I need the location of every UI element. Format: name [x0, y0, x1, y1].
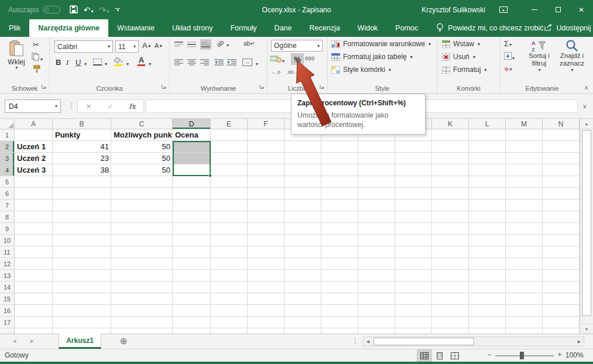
page-layout-view-button[interactable] [432, 349, 447, 362]
cell-L17[interactable] [469, 317, 506, 328]
scroll-up-button[interactable]: ▲ [580, 119, 593, 129]
cell-G18[interactable] [284, 328, 321, 334]
clear-dropdown-icon[interactable]: ▾ [509, 67, 512, 72]
cell-J18[interactable] [395, 328, 432, 334]
row-header-6[interactable]: 6 [0, 188, 15, 200]
cell-H6[interactable] [321, 188, 358, 200]
cell-K15[interactable] [432, 293, 469, 305]
cell-E5[interactable] [211, 176, 248, 188]
cell-F3[interactable] [248, 153, 284, 164]
grow-font-button[interactable]: A▲ [142, 41, 152, 50]
cell-A6[interactable] [15, 188, 53, 200]
cell-D3[interactable] [173, 153, 211, 164]
cell-B16[interactable] [53, 305, 111, 317]
cell-E17[interactable] [211, 317, 248, 328]
tab-narzędzia-główne[interactable]: Narzędzia główne [29, 19, 108, 37]
cell-L5[interactable] [469, 176, 506, 188]
cell-J17[interactable] [395, 317, 432, 328]
cell-E15[interactable] [211, 293, 248, 305]
cell-I9[interactable] [358, 223, 395, 235]
format-as-table-dropdown-icon[interactable]: ▾ [410, 54, 413, 60]
row-header-11[interactable]: 11 [0, 246, 15, 258]
cell-K14[interactable] [432, 281, 469, 293]
cell-N8[interactable] [543, 211, 580, 223]
decrease-indent-button[interactable] [214, 59, 224, 66]
cell-N18[interactable] [543, 328, 580, 334]
cell-N3[interactable] [543, 153, 580, 164]
cell-N15[interactable] [543, 293, 580, 305]
cell-J9[interactable] [395, 223, 432, 235]
cell-G5[interactable] [284, 176, 321, 188]
cell-E14[interactable] [211, 281, 248, 293]
cell-J10[interactable] [395, 235, 432, 246]
cell-A14[interactable] [15, 281, 53, 293]
cell-L18[interactable] [469, 328, 506, 334]
cell-N11[interactable] [543, 246, 580, 258]
cell-L7[interactable] [469, 200, 506, 211]
row-header-13[interactable]: 13 [0, 270, 15, 281]
cell-E2[interactable] [211, 141, 248, 153]
row-header-1[interactable]: 1 [0, 129, 15, 141]
cell-M9[interactable] [506, 223, 543, 235]
name-box[interactable]: D4 ▾ [5, 99, 61, 113]
cell-E10[interactable] [211, 235, 248, 246]
cell-C11[interactable] [111, 246, 173, 258]
cell-I3[interactable] [358, 153, 395, 164]
save-icon[interactable] [70, 5, 78, 15]
column-header-B[interactable]: B [53, 119, 111, 129]
autosave-toggle[interactable] [43, 6, 60, 13]
cell-I14[interactable] [358, 281, 395, 293]
tab-plik[interactable]: Plik [0, 19, 29, 37]
cell-F1[interactable] [248, 129, 284, 141]
cell-L12[interactable] [469, 258, 506, 270]
fill-dropdown-icon[interactable]: ▾ [512, 56, 515, 61]
horizontal-scroll-thumb[interactable] [373, 338, 474, 345]
cell-G8[interactable] [284, 211, 321, 223]
cell-K12[interactable] [432, 258, 469, 270]
normal-view-button[interactable] [417, 349, 432, 362]
cell-B14[interactable] [53, 281, 111, 293]
cell-N2[interactable] [543, 141, 580, 153]
cell-M6[interactable] [506, 188, 543, 200]
cell-N13[interactable] [543, 270, 580, 281]
cell-H9[interactable] [321, 223, 358, 235]
format-as-table-button[interactable]: Formatuj jako tabelę▾ [331, 53, 413, 61]
font-color-dropdown-icon[interactable]: ▾ [149, 61, 151, 67]
cell-B4[interactable]: 38 [53, 164, 111, 176]
cell-E4[interactable] [211, 164, 248, 176]
cell-N10[interactable] [543, 235, 580, 246]
cell-M4[interactable] [506, 164, 543, 176]
cell-F7[interactable] [248, 200, 284, 211]
cell-F4[interactable] [248, 164, 284, 176]
maximize-button[interactable] [546, 0, 570, 19]
cell-L8[interactable] [469, 211, 506, 223]
cell-A2[interactable]: Uczeń 1 [15, 141, 53, 153]
font-size-select[interactable]: 11▾ [115, 40, 139, 53]
cell-C5[interactable] [111, 176, 173, 188]
cell-D11[interactable] [173, 246, 211, 258]
ribbon-display-options-icon[interactable]: ▴ [499, 6, 508, 13]
cell-I17[interactable] [358, 317, 395, 328]
cell-M7[interactable] [506, 200, 543, 211]
confirm-entry-icon[interactable]: ✓ [107, 102, 113, 111]
cell-K1[interactable] [432, 129, 469, 141]
cell-J7[interactable] [395, 200, 432, 211]
font-name-select[interactable]: Calibri▾ [54, 40, 113, 53]
cell-D16[interactable] [173, 305, 211, 317]
cell-A15[interactable] [15, 293, 53, 305]
cell-B10[interactable] [53, 235, 111, 246]
cell-K8[interactable] [432, 211, 469, 223]
horizontal-scrollbar[interactable]: ◀ ▶ [363, 336, 584, 346]
cell-G12[interactable] [284, 258, 321, 270]
cell-C7[interactable] [111, 200, 173, 211]
cell-N4[interactable] [543, 164, 580, 176]
cell-M17[interactable] [506, 317, 543, 328]
cell-H2[interactable] [321, 141, 358, 153]
cell-H4[interactable] [321, 164, 358, 176]
cell-G17[interactable] [284, 317, 321, 328]
cell-F18[interactable] [248, 328, 284, 334]
orientation-dropdown-icon[interactable]: ▾ [227, 43, 229, 48]
cell-D7[interactable] [173, 200, 211, 211]
undo-button[interactable]: ↶▾ [84, 6, 94, 14]
cell-G4[interactable] [284, 164, 321, 176]
